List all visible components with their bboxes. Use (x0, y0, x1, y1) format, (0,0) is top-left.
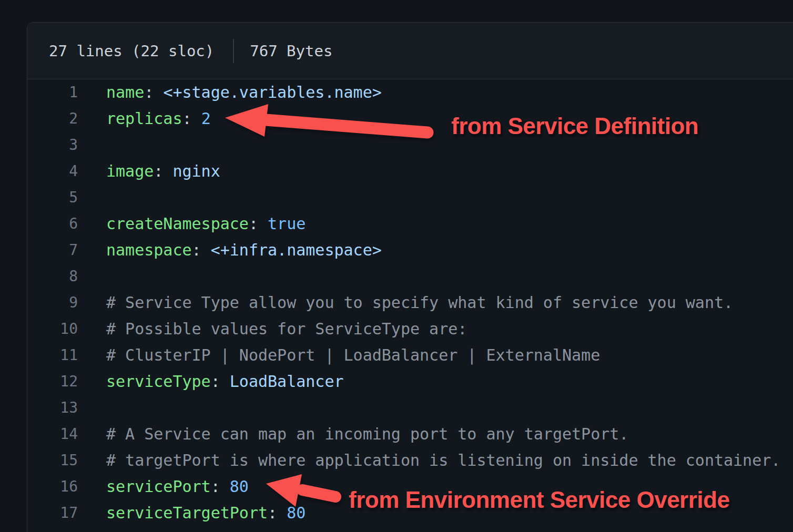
code-text: # Possible values for ServiceType are: (106, 316, 467, 342)
token-comment: # Service Type allow you to specify what… (106, 293, 733, 312)
code-line: 5 (27, 185, 793, 211)
code-text: createNamespace: true (106, 211, 306, 237)
code-line: 6createNamespace: true (27, 211, 793, 237)
annotation-from-environment-service-override: from Environment Service Override (349, 487, 729, 513)
token-num: 80 (230, 477, 249, 496)
line-number[interactable]: 16 (27, 474, 78, 500)
code-line: 8 (27, 263, 793, 290)
token-key: namespace (106, 241, 192, 259)
file-header-bar: 27 lines (22 sloc) 767 Bytes (27, 23, 793, 79)
code-text: # targetPort is where application is lis… (106, 447, 780, 474)
token-punc: : (211, 372, 230, 391)
token-punc: : (192, 241, 211, 259)
code-line: 11# ClusterIP | NodePort | LoadBalancer … (27, 342, 793, 369)
code-lines: 1name: <+stage.variables.name>2replicas:… (27, 79, 793, 526)
token-punc: : (182, 109, 201, 128)
line-number[interactable]: 2 (27, 106, 78, 132)
token-num: 2 (201, 109, 211, 128)
token-key: serviceType (106, 372, 211, 391)
line-number[interactable]: 14 (27, 421, 78, 447)
line-number[interactable]: 12 (27, 369, 78, 395)
line-number[interactable]: 1 (27, 79, 78, 106)
token-key: image (106, 162, 154, 180)
token-num: 80 (287, 504, 306, 522)
token-str: <+stage.variables.name> (163, 83, 381, 101)
code-line: 15# targetPort is where application is l… (27, 447, 793, 474)
line-number[interactable]: 8 (27, 263, 78, 290)
line-number[interactable]: 11 (27, 342, 78, 369)
code-text: replicas: 2 (106, 106, 211, 132)
code-text: servicePort: 80 (106, 474, 249, 500)
code-text: namespace: <+infra.namespace> (106, 237, 382, 263)
code-text: image: nginx (106, 158, 220, 185)
code-text: # A Service can map an incoming port to … (106, 421, 628, 447)
token-str: <+infra.namespace> (211, 241, 382, 259)
code-text: serviceTargetPort: 80 (106, 500, 306, 526)
token-comment: # ClusterIP | NodePort | LoadBalancer | … (106, 346, 600, 364)
line-number[interactable]: 15 (27, 447, 78, 474)
token-comment: # Possible values for ServiceType are: (106, 320, 467, 338)
token-str: nginx (172, 162, 220, 180)
code-line: 13 (27, 395, 793, 421)
line-number[interactable]: 4 (27, 158, 78, 185)
line-number[interactable]: 5 (27, 185, 78, 211)
code-line: 14# A Service can map an incoming port t… (27, 421, 793, 447)
code-line: 7namespace: <+infra.namespace> (27, 237, 793, 263)
token-punc: : (249, 214, 268, 233)
code-text: # Service Type allow you to specify what… (106, 290, 733, 316)
token-key: createNamespace (106, 214, 249, 233)
token-punc: : (144, 83, 163, 101)
file-viewer-panel: 27 lines (22 sloc) 767 Bytes 1name: <+st… (27, 22, 793, 532)
token-punc: : (211, 477, 230, 496)
code-text: name: <+stage.variables.name> (106, 79, 382, 106)
token-punc: : (268, 504, 287, 522)
token-key: replicas (106, 109, 182, 128)
code-line: 4image: nginx (27, 158, 793, 185)
line-number[interactable]: 3 (27, 132, 78, 158)
token-key: name (106, 83, 144, 101)
token-num: true (268, 214, 306, 233)
file-size-info: 767 Bytes (250, 42, 332, 60)
line-number[interactable]: 9 (27, 290, 78, 316)
annotation-from-service-definition: from Service Definition (451, 113, 698, 139)
token-key: serviceTargetPort (106, 504, 268, 522)
token-comment: # A Service can map an incoming port to … (106, 425, 628, 443)
token-punc: : (154, 162, 172, 180)
code-line: 10# Possible values for ServiceType are: (27, 316, 793, 342)
header-divider (233, 39, 234, 63)
line-number[interactable]: 17 (27, 500, 78, 526)
code-text: serviceType: LoadBalancer (106, 369, 344, 395)
code-line: 12serviceType: LoadBalancer (27, 369, 793, 395)
line-number[interactable]: 10 (27, 316, 78, 342)
token-comment: # targetPort is where application is lis… (106, 451, 780, 469)
token-key: servicePort (106, 477, 211, 496)
line-number[interactable]: 6 (27, 211, 78, 237)
code-line: 9# Service Type allow you to specify wha… (27, 290, 793, 316)
token-str: LoadBalancer (230, 372, 344, 391)
code-text: # ClusterIP | NodePort | LoadBalancer | … (106, 342, 600, 369)
file-lines-info: 27 lines (22 sloc) (49, 42, 214, 60)
line-number[interactable]: 7 (27, 237, 78, 263)
code-line: 1name: <+stage.variables.name> (27, 79, 793, 106)
code-area: 1name: <+stage.variables.name>2replicas:… (27, 79, 793, 526)
line-number[interactable]: 13 (27, 395, 78, 421)
